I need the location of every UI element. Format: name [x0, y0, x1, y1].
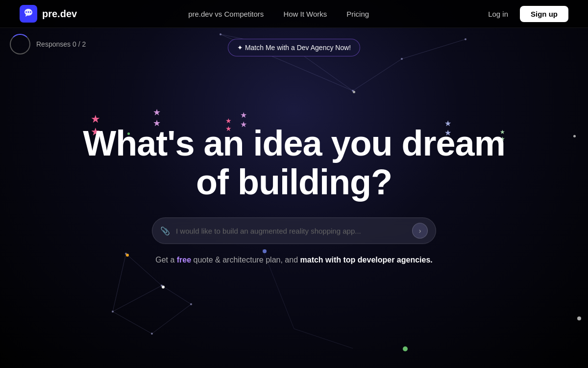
svg-point-3	[30, 11, 31, 13]
signup-button[interactable]: Sign up	[520, 6, 568, 22]
match-me-button[interactable]: ✦ Match Me with a Dev Agency Now!	[228, 39, 360, 56]
logo-text: pre.dev	[42, 8, 77, 20]
hero-subtitle: Get a free quote & architecture plan, an…	[74, 254, 514, 267]
submit-arrow-icon: ›	[419, 227, 421, 235]
navbar: pre.dev pre.dev vs Competitors How It Wo…	[0, 0, 588, 28]
search-bar: 📎 ›	[152, 218, 436, 244]
responses-count: 0 / 2	[73, 40, 86, 48]
logo-icon	[20, 5, 37, 23]
responses-label: Responses 0 / 2	[36, 40, 86, 48]
search-input[interactable]	[176, 227, 412, 235]
nav-actions: Log in Sign up	[480, 6, 568, 22]
nav-how-it-works[interactable]: How It Works	[275, 7, 335, 21]
logo[interactable]: pre.dev	[20, 5, 77, 23]
nav-pricing[interactable]: Pricing	[339, 7, 377, 21]
free-highlight: free	[177, 256, 191, 264]
paperclip-icon: 📎	[160, 226, 170, 236]
nav-competitors[interactable]: pre.dev vs Competitors	[180, 7, 271, 21]
svg-point-2	[28, 11, 29, 13]
responses-circle-indicator	[10, 34, 30, 54]
login-button[interactable]: Log in	[480, 7, 516, 21]
svg-point-1	[25, 11, 27, 13]
hero-title: What's an idea you dream of building?	[74, 124, 514, 202]
match-highlight: match with top developer agencies.	[300, 256, 433, 264]
nav-links: pre.dev vs Competitors How It Works Pric…	[180, 7, 377, 21]
search-submit-button[interactable]: ›	[412, 223, 428, 239]
hero-section: What's an idea you dream of building? 📎 …	[74, 124, 514, 266]
